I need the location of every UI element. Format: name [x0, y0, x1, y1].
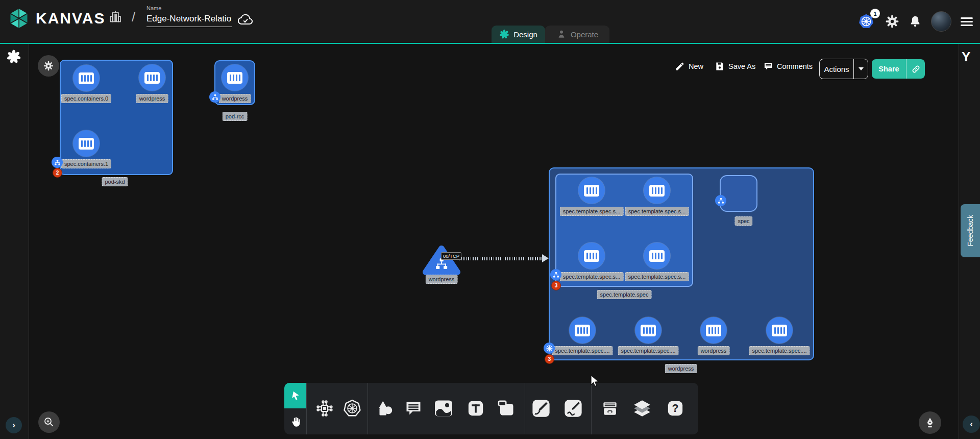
shapes-tool[interactable] — [374, 397, 396, 420]
collapse-panel-button[interactable]: ‹ — [963, 416, 980, 433]
container-node[interactable] — [73, 65, 100, 91]
left-sidebar — [0, 44, 29, 439]
container-node[interactable] — [635, 317, 662, 344]
design-name-input[interactable] — [146, 13, 232, 27]
select-tool-button[interactable] — [284, 383, 306, 408]
circuit-icon — [315, 399, 334, 418]
logo-text: KANVAS — [36, 10, 105, 27]
container-icon — [575, 325, 590, 336]
layers-tool[interactable] — [631, 397, 653, 420]
kanvas-logo-icon[interactable] — [7, 7, 31, 30]
node-label: wordpress — [698, 346, 730, 355]
spec-node[interactable] — [720, 175, 757, 212]
container-node[interactable] — [578, 177, 605, 204]
container-node[interactable] — [644, 242, 670, 269]
hand-icon — [290, 416, 301, 427]
import-drawer-tool[interactable] — [599, 397, 621, 420]
notifications-icon[interactable] — [909, 15, 922, 28]
canvas-settings-button[interactable] — [38, 55, 59, 77]
pencil-icon — [675, 61, 685, 71]
comments-button[interactable]: Comments — [763, 61, 813, 71]
node-label: wordpress — [136, 94, 168, 103]
relationship-badge[interactable] — [52, 157, 63, 168]
kubernetes-components-tool[interactable] — [341, 397, 363, 420]
group-label: wordpress — [665, 364, 697, 373]
app-header: KANVAS / Name Design — [0, 0, 980, 43]
container-icon — [772, 325, 787, 336]
tab-operate[interactable]: Operate — [545, 26, 609, 43]
container-node[interactable] — [766, 317, 793, 344]
kanvas-app: KANVAS / Name Design — [0, 0, 980, 439]
save-as-button[interactable]: Save As — [715, 61, 755, 71]
comment-icon — [404, 399, 423, 418]
container-icon — [649, 250, 665, 262]
canvas-top-border — [0, 43, 980, 44]
group-label: spec.template.spec — [597, 290, 652, 299]
operate-tab-label: Operate — [571, 30, 598, 39]
design-tab-icon — [499, 29, 509, 39]
relationship-badge[interactable] — [209, 91, 220, 103]
container-node[interactable] — [222, 64, 248, 91]
pen-line-icon — [531, 399, 551, 418]
breadcrumb-separator: / — [132, 9, 135, 25]
yaml-panel-icon[interactable]: Y — [962, 49, 970, 65]
relationship-badge[interactable] — [550, 269, 561, 280]
container-icon — [79, 72, 94, 84]
zoom-button[interactable] — [38, 411, 60, 433]
error-count-badge[interactable]: 3 — [545, 354, 554, 364]
kubernetes-context-icon[interactable]: 1 — [857, 13, 876, 30]
freehand-draw-tool[interactable] — [562, 397, 584, 420]
text-tool[interactable] — [464, 397, 487, 420]
note-tool[interactable] — [495, 397, 518, 420]
node-label: spec.containers.0 — [61, 94, 111, 103]
operate-tab-icon — [556, 29, 567, 39]
edge-pen-tool[interactable] — [530, 397, 552, 420]
settings-icon[interactable] — [885, 14, 899, 29]
kubernetes-icon — [342, 399, 362, 418]
actions-dropdown-caret[interactable] — [854, 67, 868, 70]
error-count-badge[interactable]: 2 — [53, 168, 62, 178]
comment-tool[interactable] — [402, 397, 425, 420]
service-node[interactable] — [422, 244, 461, 277]
service-edge[interactable] — [457, 257, 543, 260]
organization-icon[interactable] — [108, 9, 122, 23]
node-label: spec — [734, 216, 752, 226]
svg-text:?: ? — [672, 402, 679, 414]
expand-sidebar-button[interactable]: › — [6, 417, 22, 433]
node-label: spec.template.spec.s... — [560, 272, 624, 281]
node-label: spec.template.spec.s... — [625, 272, 689, 281]
feedback-tab[interactable]: Feedback — [961, 204, 980, 257]
kubernetes-badge[interactable] — [544, 343, 555, 354]
menu-icon[interactable] — [961, 17, 973, 26]
relationship-badge[interactable] — [715, 195, 726, 206]
container-node[interactable] — [700, 317, 727, 344]
group-pod-template[interactable] — [555, 174, 693, 287]
copy-link-icon[interactable] — [906, 64, 925, 74]
edge-arrowhead-icon — [542, 254, 549, 262]
pan-tool-button[interactable] — [284, 408, 306, 434]
container-node[interactable] — [139, 64, 165, 91]
container-node[interactable] — [73, 130, 100, 157]
container-node[interactable] — [578, 242, 605, 269]
new-button[interactable]: New — [675, 61, 703, 71]
help-tool[interactable]: ? — [664, 397, 687, 420]
sync-cloud-icon — [237, 12, 254, 26]
node-label: spec.template.spec.... — [552, 346, 613, 355]
group-label: pod-skd — [102, 177, 128, 186]
meshery-components-tool[interactable] — [313, 397, 336, 420]
actions-button[interactable]: Actions — [819, 59, 868, 79]
error-count-badge[interactable]: 3 — [551, 281, 561, 290]
container-node[interactable] — [644, 177, 670, 204]
container-icon — [641, 325, 656, 336]
media-tool[interactable] — [432, 397, 455, 420]
container-node[interactable] — [569, 317, 596, 344]
comment-icon — [763, 61, 773, 71]
node-label: wordpress — [426, 275, 458, 284]
share-button[interactable]: Share — [872, 59, 925, 79]
node-label: spec.template.spec.... — [618, 346, 679, 355]
profile-avatar[interactable] — [931, 11, 951, 32]
save-icon — [715, 61, 725, 71]
tab-design[interactable]: Design — [492, 26, 545, 43]
annotation-pen-button[interactable] — [919, 411, 941, 434]
container-icon — [227, 72, 242, 84]
